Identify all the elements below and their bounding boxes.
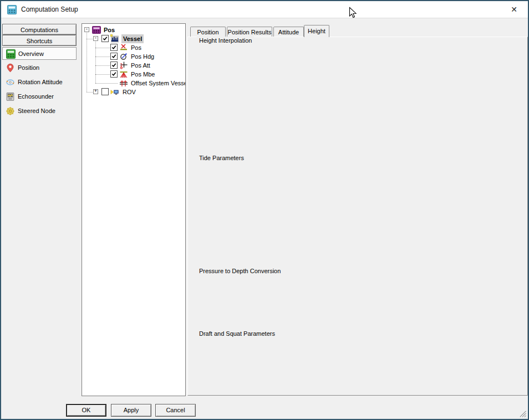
tree-row-pos[interactable]: Pos	[82, 43, 185, 52]
check-icon	[111, 53, 117, 59]
ok-button[interactable]: OK	[66, 404, 106, 417]
sidebar-item-label: Rotation Attitude	[18, 76, 63, 89]
checkbox-unchecked[interactable]	[101, 88, 109, 95]
group-title: Tide Parameters	[197, 154, 246, 162]
tree-row-vessel[interactable]: - Vessel	[82, 34, 185, 43]
mouse-cursor	[349, 7, 357, 19]
titlebar[interactable]: Computation Setup ✕	[1, 1, 528, 18]
tree-row-pos-root[interactable]: - Pos	[82, 25, 185, 34]
tab-height[interactable]: Height	[304, 25, 329, 37]
checkbox-checked[interactable]	[101, 35, 109, 42]
tab-attitude[interactable]: Attitude	[273, 27, 304, 37]
rotation-orbit-icon	[6, 78, 15, 87]
tree-row-pos-hdg[interactable]: Pos Hdg	[82, 52, 185, 61]
checkbox-checked[interactable]	[110, 44, 118, 51]
group-title: Draft and Squat Parameters	[197, 330, 277, 337]
collapse-icon[interactable]: -	[93, 36, 98, 41]
check-icon	[111, 44, 117, 50]
height-tab-panel	[187, 37, 528, 396]
computation-setup-dialog: Computation Setup ✕ Computations Shortcu…	[0, 0, 529, 420]
tab-position-results[interactable]: Position Results	[227, 27, 272, 37]
sidebar-item-label: Overview	[18, 48, 44, 60]
calculator-purple-icon	[92, 25, 101, 34]
vessel-icon	[110, 34, 119, 43]
expand-icon[interactable]: +	[93, 89, 98, 94]
tree-row-rov[interactable]: + ROV	[82, 88, 185, 96]
tree-label[interactable]: Pos Att	[131, 61, 150, 70]
sidebar-item-echosounder[interactable]: Echosounder	[2, 90, 77, 103]
position-node-icon	[119, 43, 128, 52]
check-icon	[102, 35, 108, 42]
group-title: Pressure to Depth Conversion	[197, 267, 283, 275]
checkbox-checked[interactable]	[110, 53, 118, 60]
sidebar-item-rotation-attitude[interactable]: Rotation Attitude	[2, 76, 77, 89]
close-icon: ✕	[511, 5, 517, 14]
tree-label[interactable]: Offset System Vessel	[131, 79, 186, 88]
calculator-green-icon	[6, 49, 16, 59]
offset-system-icon	[119, 79, 128, 88]
computation-tree: - Pos - Vessel Pos Pos Hdg Pos Att	[82, 23, 186, 396]
tab-position-filter[interactable]: Position Filter	[190, 27, 226, 37]
tree-label-selected[interactable]: Vessel	[121, 34, 144, 43]
check-icon	[111, 62, 117, 68]
sidebar-button-computations[interactable]: Computations	[2, 24, 77, 35]
tree-label[interactable]: Pos Mbe	[131, 70, 155, 79]
tree-row-pos-att[interactable]: Pos Att	[82, 61, 185, 70]
sidebar-item-overview[interactable]: Overview	[2, 47, 77, 60]
tree-label[interactable]: Pos Hdg	[131, 52, 154, 61]
multibeam-fan-icon	[119, 70, 128, 79]
attitude-node-icon	[119, 61, 128, 70]
sidebar-button-shortcuts[interactable]: Shortcuts	[2, 35, 77, 46]
tree-row-pos-mbe[interactable]: Pos Mbe	[82, 70, 185, 79]
ship-wheel-icon	[6, 106, 15, 116]
app-calculator-icon	[7, 5, 17, 14]
tree-label[interactable]: ROV	[123, 88, 136, 96]
sidebar-item-label: Position	[18, 62, 39, 74]
checkbox-checked[interactable]	[110, 62, 118, 69]
tree-label[interactable]: Pos	[131, 43, 141, 52]
rov-icon	[110, 88, 119, 97]
sidebar-item-position[interactable]: Position	[2, 62, 77, 74]
sidebar-item-steered-node[interactable]: Steered Node	[2, 105, 77, 117]
cancel-button[interactable]: Cancel	[155, 404, 196, 417]
checkbox-checked[interactable]	[110, 70, 118, 78]
check-icon	[111, 71, 117, 77]
sidebar-item-label: Echosounder	[18, 90, 54, 103]
tree-label[interactable]: Pos	[104, 25, 115, 34]
close-button[interactable]: ✕	[505, 1, 523, 18]
sidebar-item-label: Steered Node	[18, 105, 55, 117]
window-title: Computation Setup	[21, 1, 78, 18]
echosounder-device-icon	[6, 92, 15, 101]
heading-compass-icon	[119, 52, 128, 61]
apply-button[interactable]: Apply	[111, 404, 151, 417]
resize-grip[interactable]	[519, 410, 526, 417]
collapse-icon[interactable]: -	[84, 27, 89, 32]
group-title: Height Interpolation	[197, 37, 254, 44]
map-pin-icon	[6, 63, 15, 73]
tree-row-offset-system[interactable]: Offset System Vessel	[82, 79, 185, 88]
